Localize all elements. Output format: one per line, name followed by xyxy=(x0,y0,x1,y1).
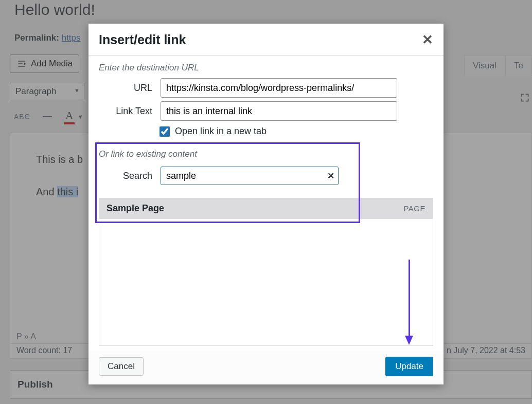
modal-body: Enter the destination URL URL Link Text … xyxy=(88,56,444,351)
modal-footer: Cancel Update xyxy=(88,351,444,384)
search-label: Search xyxy=(99,171,155,181)
result-type: PAGE xyxy=(403,204,425,213)
existing-content-heading: Or link to existing content xyxy=(99,149,433,159)
insert-link-modal: Insert/edit link ✕ Enter the destination… xyxy=(88,24,444,384)
newtab-row: Open link in a new tab xyxy=(159,126,433,137)
destination-url-heading: Enter the destination URL xyxy=(99,63,433,73)
url-input[interactable] xyxy=(161,78,397,98)
cancel-button[interactable]: Cancel xyxy=(99,357,144,376)
clear-search-icon[interactable]: ✕ xyxy=(327,171,334,181)
search-result-item[interactable]: Sample Page PAGE xyxy=(99,198,433,219)
modal-title: Insert/edit link xyxy=(99,32,186,47)
modal-header: Insert/edit link ✕ xyxy=(88,24,444,56)
linktext-label: Link Text xyxy=(99,106,155,117)
linktext-input[interactable] xyxy=(161,101,397,121)
close-icon[interactable]: ✕ xyxy=(422,32,433,48)
existing-content-section: Or link to existing content Search ✕ Sam… xyxy=(99,149,433,346)
search-results-list: Sample Page PAGE xyxy=(99,198,433,346)
result-title: Sample Page xyxy=(107,203,164,214)
newtab-label: Open link in a new tab xyxy=(175,126,267,137)
search-input[interactable] xyxy=(161,167,339,185)
linktext-row: Link Text xyxy=(99,101,433,121)
update-button[interactable]: Update xyxy=(385,357,433,376)
url-label: URL xyxy=(99,83,155,94)
newtab-checkbox[interactable] xyxy=(159,126,170,137)
url-row: URL xyxy=(99,78,433,98)
search-row: Search ✕ xyxy=(99,167,433,185)
